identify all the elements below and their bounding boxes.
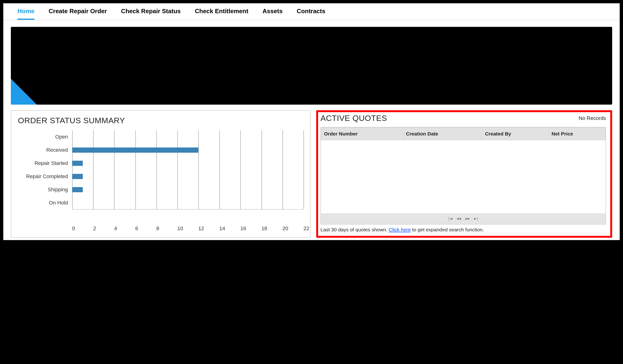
tab-check-repair-status[interactable]: Check Repair Status	[121, 8, 181, 20]
tab-create-repair-order[interactable]: Create Repair Order	[48, 8, 107, 20]
table-header-cell[interactable]: Net Price	[549, 128, 605, 140]
table-header-cell[interactable]: Creation Date	[403, 128, 482, 140]
active-quotes-no-records: No Records	[579, 115, 606, 121]
hero-banner	[11, 27, 612, 105]
chart-gridline	[198, 130, 199, 209]
table-header-row: Order NumberCreation DateCreated ByNet P…	[321, 128, 605, 140]
chart-gridline	[177, 130, 178, 209]
footer-click-here-link[interactable]: Click here	[389, 227, 411, 232]
order-status-summary-title: ORDER STATUS SUMMARY	[18, 116, 304, 125]
chart-y-label: Received	[18, 143, 68, 157]
table-header-cell[interactable]: Order Number	[321, 128, 403, 140]
active-quotes-table: Order NumberCreation DateCreated ByNet P…	[321, 127, 605, 213]
pager-first-icon[interactable]: |◀	[448, 216, 452, 221]
active-quotes-table-wrap: Order NumberCreation DateCreated ByNet P…	[320, 127, 606, 224]
tab-assets[interactable]: Assets	[263, 8, 283, 20]
chart-gridline	[304, 130, 304, 209]
table-empty-row	[321, 140, 605, 213]
chart-y-label: Repair Completed	[18, 170, 68, 183]
chart-gridline	[135, 130, 136, 209]
active-quotes-pager: |◀ ◀◀ ▶▶ ▶|	[321, 213, 605, 224]
active-quotes-title: ACTIVE QUOTES	[320, 114, 387, 123]
pager-prev-icon[interactable]: ◀◀	[457, 216, 461, 221]
chart-x-axis: 0246810121416182022	[72, 222, 304, 229]
table-empty-cell	[321, 140, 605, 213]
chart-gridline	[72, 130, 73, 209]
footer-pre: Last 30 days of quotes shown.	[320, 227, 389, 232]
active-quotes-footer: Last 30 days of quotes shown. Click here…	[320, 224, 606, 233]
chart-bar	[72, 187, 83, 192]
active-quotes-card: ACTIVE QUOTES No Records Order NumberCre…	[316, 110, 612, 238]
chart-gridline	[219, 130, 220, 209]
chart-gridline	[240, 130, 241, 209]
active-quotes-header: ACTIVE QUOTES No Records	[320, 114, 606, 123]
chart-plot-area	[72, 130, 304, 209]
tab-check-entitlement[interactable]: Check Entitlement	[195, 8, 248, 20]
pager-last-icon[interactable]: ▶|	[474, 216, 479, 221]
banner-corner-accent	[11, 79, 37, 105]
chart-gridline	[262, 130, 262, 209]
chart-y-labels: OpenReceivedRepair StartedRepair Complet…	[18, 130, 72, 222]
tab-bar: HomeCreate Repair OrderCheck Repair Stat…	[3, 3, 620, 20]
chart-gridline	[93, 130, 94, 209]
pager-next-icon[interactable]: ▶▶	[466, 216, 470, 221]
dashboard-columns: ORDER STATUS SUMMARY OpenReceivedRepair …	[3, 110, 620, 238]
chart-bar	[72, 161, 83, 166]
chart-gridline	[156, 130, 157, 209]
chart-y-label: Open	[18, 130, 68, 143]
table-header-cell[interactable]: Created By	[482, 128, 549, 140]
order-status-chart: OpenReceivedRepair StartedRepair Complet…	[18, 130, 304, 222]
chart-bar	[72, 147, 198, 153]
chart-bar	[72, 174, 83, 179]
chart-gridline	[114, 130, 115, 209]
chart-y-label: Shipping	[18, 183, 68, 196]
chart-y-label: On Hold	[18, 196, 68, 209]
chart-gridline	[283, 130, 283, 209]
tab-home[interactable]: Home	[18, 8, 34, 20]
order-status-summary-card: ORDER STATUS SUMMARY OpenReceivedRepair …	[11, 110, 311, 238]
tab-contracts[interactable]: Contracts	[297, 8, 325, 20]
page: HomeCreate Repair OrderCheck Repair Stat…	[3, 3, 620, 240]
chart-y-label: Repair Started	[18, 157, 68, 170]
footer-post: to get expanded search function.	[411, 227, 484, 232]
